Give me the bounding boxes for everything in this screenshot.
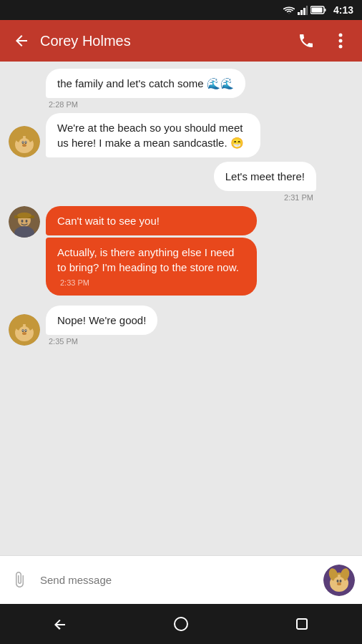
svg-point-35	[22, 330, 23, 331]
message-text: Let's meet there!	[225, 170, 305, 182]
message-bubble-wrap: the family and let's catch some 🌊🌊 2:28 …	[46, 69, 245, 109]
message-text: the family and let's catch some 🌊🌊	[57, 77, 234, 89]
back-button[interactable]	[7, 26, 36, 55]
svg-rect-0	[298, 12, 300, 15]
svg-point-34	[22, 332, 26, 335]
battery-icon	[310, 6, 326, 14]
message-bubble: Let's meet there!	[214, 162, 316, 191]
svg-point-36	[25, 330, 26, 331]
chat-area: the family and let's catch some 🌊🌊 2:28 …	[0, 62, 362, 555]
contact-name: Corey Holmes	[40, 33, 292, 49]
message-text: Can't wait to see you!	[57, 215, 160, 227]
message-bubble: Can't wait to see you!	[46, 206, 257, 235]
svg-point-23	[17, 213, 31, 218]
message-bubble-wrap: We're at the beach so you should meet us…	[46, 113, 260, 157]
svg-point-46	[175, 618, 187, 630]
bottom-nav	[0, 604, 362, 644]
svg-point-17	[22, 144, 26, 147]
svg-point-45	[337, 582, 341, 585]
avatar	[9, 314, 40, 346]
svg-point-19	[25, 142, 26, 142]
message-time: 2:33 PM	[57, 278, 245, 288]
message-text: Nope! We're good!	[57, 314, 146, 326]
svg-point-25	[26, 220, 28, 223]
signal-icon	[298, 5, 308, 15]
status-icons	[283, 5, 326, 15]
nav-home-button[interactable]	[160, 610, 202, 638]
message-text: We're at the beach so you should meet us…	[57, 122, 244, 149]
message-row: Let's meet there! 2:31 PM	[9, 162, 353, 202]
sender-avatar	[9, 206, 40, 238]
svg-rect-2	[303, 8, 305, 15]
avatar	[9, 126, 40, 157]
phone-button[interactable]	[292, 26, 321, 55]
top-bar: Corey Holmes	[0, 20, 362, 62]
message-input[interactable]	[40, 574, 316, 586]
status-time: 4:13	[333, 4, 353, 16]
nav-back-button[interactable]	[39, 610, 82, 638]
svg-point-44	[340, 580, 342, 582]
message-bubble: We're at the beach so you should meet us…	[46, 113, 260, 157]
message-time: 2:28 PM	[46, 100, 245, 109]
svg-point-18	[22, 142, 23, 142]
orange-bubbles: Can't wait to see you! Actually, is ther…	[46, 206, 257, 296]
message-bubble: Nope! We're good!	[46, 306, 157, 335]
nav-recents-button[interactable]	[280, 610, 323, 638]
svg-point-43	[337, 580, 339, 582]
svg-point-8	[339, 39, 343, 43]
status-bar: 4:13	[0, 0, 362, 20]
svg-rect-47	[297, 619, 307, 629]
svg-rect-1	[300, 10, 303, 15]
svg-rect-6	[311, 8, 322, 13]
message-row: We're at the beach so you should meet us…	[9, 113, 353, 157]
svg-point-24	[21, 220, 24, 223]
more-options-button[interactable]	[326, 26, 355, 55]
attach-button[interactable]	[7, 567, 33, 593]
svg-point-9	[339, 45, 343, 49]
message-bubble: Actually, is there anything else I need …	[46, 238, 257, 296]
message-row: Nope! We're good! 2:35 PM	[9, 306, 353, 346]
svg-rect-3	[306, 6, 308, 15]
message-time: 2:31 PM	[214, 193, 316, 202]
message-bubble-wrap: Let's meet there! 2:31 PM	[214, 162, 316, 202]
message-row: the family and let's catch some 🌊🌊 2:28 …	[9, 69, 353, 109]
message-bubble-wrap: Nope! We're good! 2:35 PM	[46, 306, 157, 346]
message-time: 2:35 PM	[46, 337, 157, 346]
orange-message-group: Can't wait to see you! Actually, is ther…	[9, 206, 353, 296]
message-text: Actually, is there anything else I need …	[57, 246, 239, 273]
svg-point-7	[339, 34, 343, 37]
wifi-icon	[283, 6, 295, 14]
message-bubble: the family and let's catch some 🌊🌊	[46, 69, 245, 98]
svg-rect-5	[324, 9, 326, 11]
user-avatar	[323, 565, 355, 596]
top-actions	[292, 26, 355, 55]
input-area	[0, 555, 362, 604]
